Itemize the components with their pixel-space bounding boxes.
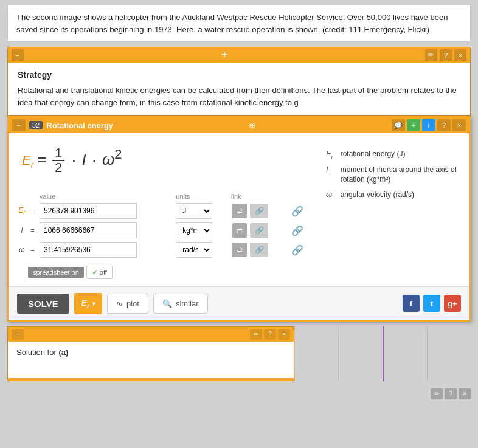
solution-header-right: ✏ ? ×	[250, 329, 290, 340]
i-input[interactable]	[40, 222, 137, 238]
solve-bar: SOLVE Er ▾ ∿ plot 🔍 similar f t g+	[9, 286, 469, 320]
spreadsheet-off-button[interactable]: ✓ off	[86, 266, 113, 279]
er-link-btn[interactable]: 🔗	[250, 204, 268, 218]
formula-denominator: 2	[52, 161, 64, 174]
table-row: ω = rad/s ⇄ 🔗	[16, 240, 313, 260]
def-var-er: Er	[322, 146, 337, 162]
omega-link-btn[interactable]: 🔗	[250, 243, 268, 257]
re-widget-header-right: 💬 + i ? ×	[392, 119, 466, 131]
vert-line-2	[338, 326, 382, 381]
var-value-cell-omega	[37, 240, 173, 260]
var-value-cell-i	[37, 221, 173, 240]
formula-er-sub: r	[31, 160, 34, 170]
strategy-header-right: ✏ ? ×	[425, 49, 466, 61]
var-unit-cell-i: kg*m²	[173, 221, 229, 240]
solve-button[interactable]: SOLVE	[17, 294, 69, 314]
facebook-button[interactable]: f	[403, 295, 420, 312]
google-button[interactable]: g+	[444, 295, 461, 312]
strategy-expand-button[interactable]: −	[12, 49, 24, 61]
omega-unit-select[interactable]: rad/s	[176, 242, 212, 258]
re-close-button[interactable]: ×	[452, 119, 466, 131]
var-label-omega: ω	[16, 240, 28, 260]
strategy-help-button[interactable]: ?	[440, 49, 452, 61]
i-external-link-icon[interactable]: 🔗	[291, 226, 303, 236]
re-widget-body: Er = 1 2 · I · ω2 value units	[9, 133, 469, 286]
solve-bar-right: f t g+	[403, 295, 461, 312]
spreadsheet-on-button[interactable]: spreadsheet on	[28, 267, 84, 278]
var-label-i: I	[16, 221, 28, 240]
solution-panel-body: Solution for (a)	[8, 342, 294, 378]
var-link-cell-er: ⇄ 🔗	[229, 201, 285, 221]
re-add-button[interactable]: +	[407, 119, 420, 131]
def-var-omega: ω	[322, 187, 337, 202]
strategy-edit-button[interactable]: ✏	[425, 49, 437, 61]
var-link-cell-i: ⇄ 🔗	[229, 221, 285, 240]
twitter-button[interactable]: t	[423, 295, 440, 312]
strategy-text: Rotational and translational kinetic ene…	[18, 84, 460, 108]
solve-bar-left: SOLVE Er ▾ ∿ plot 🔍 similar	[17, 293, 208, 314]
re-info-button[interactable]: i	[422, 119, 435, 131]
spreadsheet-toggle: spreadsheet on ✓ off	[28, 266, 313, 279]
table-row: Er = J ⇄ 🔗	[16, 201, 313, 221]
def-text-omega: angular velocity (rad/s)	[337, 187, 462, 202]
solution-edit-button[interactable]: ✏	[250, 329, 262, 340]
def-text-i: moment of inertia around the axis of rot…	[337, 162, 462, 188]
search-icon: 🔍	[162, 299, 172, 308]
bottom-help-btn[interactable]: ?	[445, 388, 457, 399]
solution-var: (a)	[58, 348, 68, 357]
strategy-title: Strategy	[18, 70, 460, 80]
er-solve-button[interactable]: Er ▾	[74, 293, 102, 314]
var-label-er: Er	[16, 201, 28, 221]
er-input[interactable]	[40, 203, 137, 219]
strategy-header-left: −	[12, 49, 24, 61]
bottom-close-btn[interactable]: ×	[459, 388, 471, 399]
plot-button[interactable]: ∿ plot	[107, 294, 148, 314]
check-icon: ✓	[92, 268, 98, 277]
strategy-add-button[interactable]: +	[219, 49, 230, 61]
formula-dot1: ·	[71, 151, 76, 170]
re-chat-button[interactable]: 💬	[392, 119, 405, 131]
er-unit-select[interactable]: J	[176, 203, 212, 219]
omega-external-link-icon[interactable]: 🔗	[291, 245, 303, 255]
formula-equals: =	[37, 150, 50, 168]
formula-fraction: 1 2	[52, 146, 64, 174]
top-text-block: The second image shows a helicopter from…	[7, 5, 471, 42]
re-left-section: Er = 1 2 · I · ω2 value units	[16, 140, 313, 279]
bottom-edit-btn[interactable]: ✏	[431, 388, 443, 399]
vert-line-3	[427, 326, 471, 381]
var-link-cell-omega: ⇄ 🔗	[229, 240, 285, 260]
omega-input[interactable]	[40, 242, 137, 258]
re-help-button[interactable]: ?	[437, 119, 451, 131]
similar-button[interactable]: 🔍 similar	[153, 294, 208, 314]
vert-line-1	[294, 326, 338, 381]
solution-expand-button[interactable]: −	[12, 329, 24, 340]
strategy-panel-header: − + ✏ ? ×	[8, 47, 470, 63]
re-widget-number: 32	[29, 121, 43, 129]
formula-dot2: ·	[92, 151, 97, 170]
list-item: I moment of inertia around the axis of r…	[322, 162, 462, 188]
i-arrow-left-btn[interactable]: ⇄	[232, 223, 247, 238]
i-unit-select[interactable]: kg*m²	[176, 222, 212, 238]
solution-panel: − ✏ ? × Solution for (a)	[7, 326, 294, 381]
formula-i-label: I	[81, 150, 86, 168]
var-value-cell-er	[37, 201, 173, 221]
re-expand-button[interactable]: −	[12, 119, 26, 131]
solution-close-button[interactable]: ×	[278, 329, 290, 340]
plot-label: plot	[126, 299, 139, 308]
er-external-link-icon[interactable]: 🔗	[291, 206, 303, 216]
var-unit-cell-omega: rad/s	[173, 240, 229, 260]
var-ext-link-i: 🔗	[285, 221, 313, 240]
er-btn-dropdown-icon: ▾	[92, 300, 95, 307]
re-widget-header: − 32 Rotational energy ⊕ 💬 + i ? ×	[9, 117, 469, 133]
er-arrow-left-btn[interactable]: ⇄	[232, 204, 247, 218]
strategy-close-button[interactable]: ×	[454, 49, 466, 61]
var-unit-cell-er: J	[173, 201, 229, 221]
formula-omega-label: ω2	[102, 150, 122, 168]
solution-help-button[interactable]: ?	[264, 329, 276, 340]
omega-arrow-left-btn[interactable]: ⇄	[232, 243, 247, 257]
re-right-section: Er rotational energy (J) I moment of ine…	[322, 140, 462, 279]
col-header-value: value	[37, 191, 173, 201]
def-text-er: rotational energy (J)	[337, 146, 462, 162]
i-link-btn[interactable]: 🔗	[250, 223, 268, 238]
solution-header-left: −	[12, 329, 24, 340]
